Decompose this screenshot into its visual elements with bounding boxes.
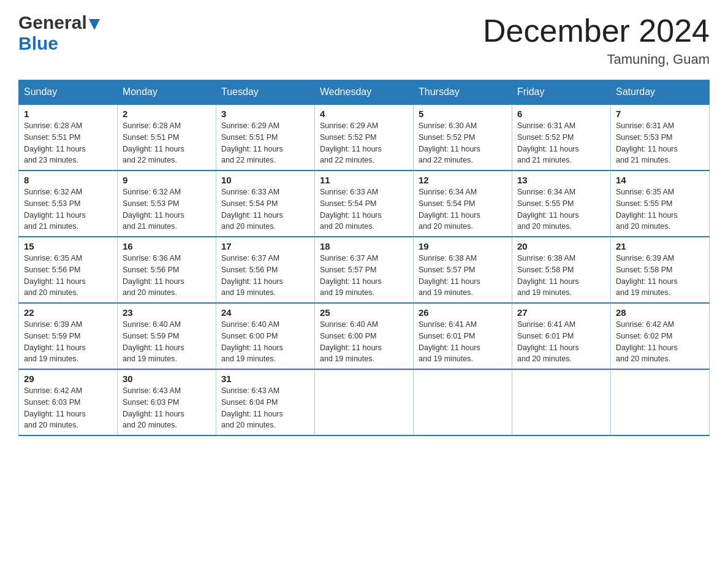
day-number: 12 (419, 175, 507, 185)
day-number: 2 (123, 109, 211, 119)
col-monday: Monday (118, 80, 216, 105)
calendar-cell: 17 Sunrise: 6:37 AM Sunset: 5:56 PM Dayl… (216, 237, 315, 303)
day-info: Sunrise: 6:34 AM Sunset: 5:54 PM Dayligh… (419, 186, 507, 232)
page-header: General Blue December 2024 Tamuning, Gua… (18, 12, 710, 67)
calendar-week-5: 29 Sunrise: 6:42 AM Sunset: 6:03 PM Dayl… (19, 369, 710, 435)
calendar-cell: 16 Sunrise: 6:36 AM Sunset: 5:56 PM Dayl… (118, 237, 216, 303)
day-info: Sunrise: 6:39 AM Sunset: 5:58 PM Dayligh… (616, 253, 704, 299)
calendar-cell: 7 Sunrise: 6:31 AM Sunset: 5:53 PM Dayli… (611, 104, 710, 170)
day-info: Sunrise: 6:43 AM Sunset: 6:03 PM Dayligh… (123, 385, 211, 431)
calendar-cell: 15 Sunrise: 6:35 AM Sunset: 5:56 PM Dayl… (19, 237, 118, 303)
calendar-cell: 11 Sunrise: 6:33 AM Sunset: 5:54 PM Dayl… (315, 170, 414, 237)
calendar-cell: 10 Sunrise: 6:33 AM Sunset: 5:54 PM Dayl… (216, 170, 315, 237)
day-number: 22 (24, 307, 112, 318)
calendar-cell: 20 Sunrise: 6:38 AM Sunset: 5:58 PM Dayl… (512, 237, 611, 303)
calendar-cell: 28 Sunrise: 6:42 AM Sunset: 6:02 PM Dayl… (611, 303, 710, 369)
day-number: 28 (616, 307, 704, 318)
day-number: 31 (221, 373, 309, 384)
day-info: Sunrise: 6:42 AM Sunset: 6:03 PM Dayligh… (24, 385, 112, 431)
calendar-cell (512, 369, 611, 435)
day-info: Sunrise: 6:31 AM Sunset: 5:53 PM Dayligh… (616, 120, 704, 166)
day-number: 3 (221, 109, 309, 119)
calendar-cell: 5 Sunrise: 6:30 AM Sunset: 5:52 PM Dayli… (414, 104, 512, 170)
logo-triangle-icon (89, 19, 100, 30)
calendar-cell: 27 Sunrise: 6:41 AM Sunset: 6:01 PM Dayl… (512, 303, 611, 369)
day-number: 19 (419, 241, 507, 251)
day-number: 9 (123, 175, 211, 185)
calendar-cell: 22 Sunrise: 6:39 AM Sunset: 5:59 PM Dayl… (19, 303, 118, 369)
calendar-cell: 24 Sunrise: 6:40 AM Sunset: 6:00 PM Dayl… (216, 303, 315, 369)
calendar-cell: 6 Sunrise: 6:31 AM Sunset: 5:52 PM Dayli… (512, 104, 611, 170)
logo-general-text: General (18, 12, 87, 33)
day-info: Sunrise: 6:29 AM Sunset: 5:52 PM Dayligh… (320, 120, 408, 166)
day-number: 16 (123, 241, 211, 251)
logo-blue-text: Blue (18, 33, 58, 53)
col-wednesday: Wednesday (315, 80, 414, 105)
day-info: Sunrise: 6:29 AM Sunset: 5:51 PM Dayligh… (221, 120, 309, 166)
calendar-cell: 25 Sunrise: 6:40 AM Sunset: 6:00 PM Dayl… (315, 303, 414, 369)
title-section: December 2024 Tamuning, Guam (483, 12, 710, 67)
day-info: Sunrise: 6:38 AM Sunset: 5:58 PM Dayligh… (517, 253, 605, 299)
day-number: 1 (24, 109, 112, 119)
day-number: 23 (123, 307, 211, 318)
logo: General Blue (18, 12, 100, 54)
calendar-cell: 9 Sunrise: 6:32 AM Sunset: 5:53 PM Dayli… (118, 170, 216, 237)
day-number: 8 (24, 175, 112, 185)
day-number: 10 (221, 175, 309, 185)
day-number: 15 (24, 241, 112, 251)
day-number: 7 (616, 109, 704, 119)
calendar-cell: 1 Sunrise: 6:28 AM Sunset: 5:51 PM Dayli… (19, 104, 118, 170)
day-info: Sunrise: 6:33 AM Sunset: 5:54 PM Dayligh… (221, 186, 309, 232)
day-info: Sunrise: 6:35 AM Sunset: 5:56 PM Dayligh… (24, 253, 112, 299)
day-number: 21 (616, 241, 704, 251)
day-info: Sunrise: 6:28 AM Sunset: 5:51 PM Dayligh… (123, 120, 211, 166)
calendar-cell: 4 Sunrise: 6:29 AM Sunset: 5:52 PM Dayli… (315, 104, 414, 170)
calendar-week-1: 1 Sunrise: 6:28 AM Sunset: 5:51 PM Dayli… (19, 104, 710, 170)
day-info: Sunrise: 6:41 AM Sunset: 6:01 PM Dayligh… (517, 319, 605, 365)
day-number: 26 (419, 307, 507, 318)
day-number: 24 (221, 307, 309, 318)
calendar-cell: 2 Sunrise: 6:28 AM Sunset: 5:51 PM Dayli… (118, 104, 216, 170)
calendar-cell: 29 Sunrise: 6:42 AM Sunset: 6:03 PM Dayl… (19, 369, 118, 435)
day-info: Sunrise: 6:36 AM Sunset: 5:56 PM Dayligh… (123, 253, 211, 299)
day-number: 5 (419, 109, 507, 119)
day-number: 30 (123, 373, 211, 384)
calendar-cell: 3 Sunrise: 6:29 AM Sunset: 5:51 PM Dayli… (216, 104, 315, 170)
location: Tamuning, Guam (483, 52, 710, 67)
day-info: Sunrise: 6:33 AM Sunset: 5:54 PM Dayligh… (320, 186, 408, 232)
day-number: 27 (517, 307, 605, 318)
day-info: Sunrise: 6:30 AM Sunset: 5:52 PM Dayligh… (419, 120, 507, 166)
day-info: Sunrise: 6:37 AM Sunset: 5:57 PM Dayligh… (320, 253, 408, 299)
calendar-cell: 30 Sunrise: 6:43 AM Sunset: 6:03 PM Dayl… (118, 369, 216, 435)
calendar-cell: 18 Sunrise: 6:37 AM Sunset: 5:57 PM Dayl… (315, 237, 414, 303)
day-number: 18 (320, 241, 408, 251)
day-number: 6 (517, 109, 605, 119)
calendar-cell: 8 Sunrise: 6:32 AM Sunset: 5:53 PM Dayli… (19, 170, 118, 237)
calendar-cell: 14 Sunrise: 6:35 AM Sunset: 5:55 PM Dayl… (611, 170, 710, 237)
day-info: Sunrise: 6:37 AM Sunset: 5:56 PM Dayligh… (221, 253, 309, 299)
day-info: Sunrise: 6:31 AM Sunset: 5:52 PM Dayligh… (517, 120, 605, 166)
day-info: Sunrise: 6:43 AM Sunset: 6:04 PM Dayligh… (221, 385, 309, 431)
calendar-cell (315, 369, 414, 435)
col-friday: Friday (512, 80, 611, 105)
day-number: 25 (320, 307, 408, 318)
day-number: 11 (320, 175, 408, 185)
day-info: Sunrise: 6:38 AM Sunset: 5:57 PM Dayligh… (419, 253, 507, 299)
calendar-cell: 23 Sunrise: 6:40 AM Sunset: 5:59 PM Dayl… (118, 303, 216, 369)
day-number: 29 (24, 373, 112, 384)
day-number: 14 (616, 175, 704, 185)
calendar-table: Sunday Monday Tuesday Wednesday Thursday… (18, 80, 710, 436)
day-info: Sunrise: 6:42 AM Sunset: 6:02 PM Dayligh… (616, 319, 704, 365)
day-number: 13 (517, 175, 605, 185)
day-info: Sunrise: 6:35 AM Sunset: 5:55 PM Dayligh… (616, 186, 704, 232)
day-info: Sunrise: 6:32 AM Sunset: 5:53 PM Dayligh… (123, 186, 211, 232)
day-info: Sunrise: 6:40 AM Sunset: 5:59 PM Dayligh… (123, 319, 211, 365)
month-title: December 2024 (483, 12, 710, 49)
day-info: Sunrise: 6:39 AM Sunset: 5:59 PM Dayligh… (24, 319, 112, 365)
day-info: Sunrise: 6:34 AM Sunset: 5:55 PM Dayligh… (517, 186, 605, 232)
day-info: Sunrise: 6:40 AM Sunset: 6:00 PM Dayligh… (320, 319, 408, 365)
calendar-header-row: Sunday Monday Tuesday Wednesday Thursday… (19, 80, 710, 105)
calendar-week-4: 22 Sunrise: 6:39 AM Sunset: 5:59 PM Dayl… (19, 303, 710, 369)
day-number: 17 (221, 241, 309, 251)
calendar-cell: 21 Sunrise: 6:39 AM Sunset: 5:58 PM Dayl… (611, 237, 710, 303)
